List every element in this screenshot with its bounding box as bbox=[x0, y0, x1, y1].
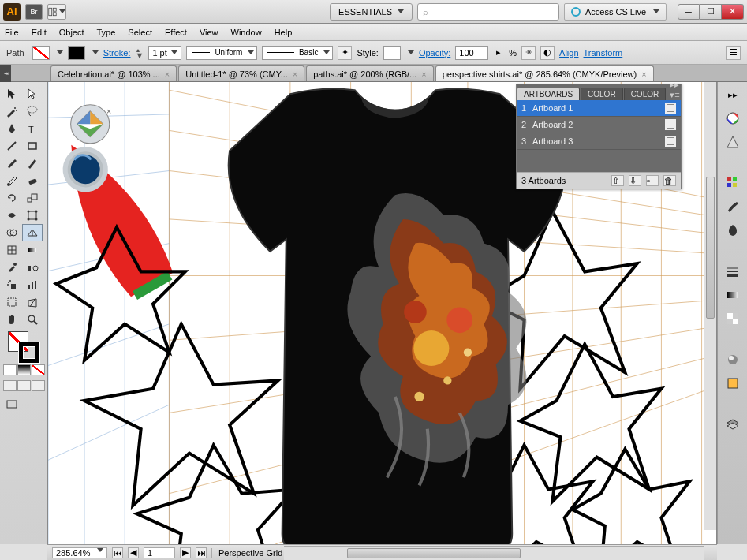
workspace-switcher[interactable]: ESSENTIALS bbox=[330, 3, 413, 21]
scale-tool-icon[interactable] bbox=[22, 189, 43, 207]
perspective-grid-tool-icon[interactable] bbox=[22, 224, 43, 241]
gradient-mode-icon[interactable] bbox=[17, 364, 31, 375]
stroke-swatch[interactable] bbox=[68, 46, 85, 60]
variable-width-profile-dropdown[interactable]: Uniform bbox=[186, 46, 257, 60]
select-similar-icon[interactable]: ◐ bbox=[540, 46, 555, 60]
first-artboard-button[interactable]: ⏮ bbox=[112, 547, 123, 558]
screen-mode-icon[interactable] bbox=[2, 396, 22, 413]
slice-tool-icon[interactable] bbox=[22, 293, 43, 311]
menu-view[interactable]: View bbox=[200, 28, 218, 37]
menu-file[interactable]: File bbox=[5, 28, 19, 37]
color-guide-panel-icon[interactable] bbox=[724, 134, 741, 150]
document-tab[interactable]: Untitled-1* @ 73% (CMY...× bbox=[178, 65, 304, 81]
transparency-panel-icon[interactable] bbox=[724, 311, 741, 327]
prev-artboard-button[interactable]: ◀ bbox=[128, 547, 139, 558]
artboard-number-input[interactable]: 1 bbox=[144, 547, 175, 558]
last-artboard-button[interactable]: ⏭ bbox=[196, 547, 207, 558]
artboard-row[interactable]: 1 Artboard 1 bbox=[517, 100, 681, 117]
close-button[interactable]: ✕ bbox=[722, 4, 744, 20]
close-tab-icon[interactable]: × bbox=[293, 69, 297, 79]
menu-select[interactable]: Select bbox=[128, 28, 152, 37]
mesh-tool-icon[interactable] bbox=[2, 241, 22, 259]
maximize-button[interactable]: ☐ bbox=[700, 4, 722, 20]
canvas[interactable]: × ARTBOARDS COLOR COLOR ▸▸ ▾≡ 1 Artboard… bbox=[47, 82, 717, 544]
stroke-weight-stepper[interactable]: ▲▼ bbox=[136, 47, 144, 58]
direct-selection-tool-icon[interactable] bbox=[22, 85, 43, 103]
blend-tool-icon[interactable] bbox=[22, 259, 43, 276]
stroke-indicator-icon[interactable] bbox=[19, 342, 39, 363]
brush-options-icon[interactable]: ✦ bbox=[338, 46, 352, 60]
close-tab-icon[interactable]: × bbox=[421, 69, 426, 79]
zoom-level-input[interactable]: 285.64% bbox=[52, 547, 107, 558]
artboard-row[interactable]: 3 Artboard 3 bbox=[517, 133, 681, 150]
stroke-panel-link[interactable]: Stroke: bbox=[103, 48, 131, 58]
arrange-documents-icon[interactable] bbox=[47, 4, 66, 20]
draw-inside-icon[interactable] bbox=[32, 380, 45, 391]
move-up-icon[interactable]: ⇧ bbox=[611, 175, 624, 186]
control-menu-icon[interactable]: ☰ bbox=[726, 46, 741, 60]
panel-tab-color[interactable]: COLOR bbox=[581, 88, 623, 100]
menu-edit[interactable]: Edit bbox=[32, 28, 47, 37]
gradient-tool-icon[interactable] bbox=[22, 241, 43, 259]
collapse-dock-icon[interactable]: ▸▸ bbox=[724, 87, 741, 103]
graphic-style-swatch[interactable] bbox=[383, 46, 401, 60]
artboard-orientation-icon[interactable] bbox=[665, 136, 676, 147]
none-mode-icon[interactable] bbox=[32, 364, 45, 375]
fill-swatch[interactable] bbox=[32, 46, 50, 60]
minimize-button[interactable]: ─ bbox=[678, 4, 700, 20]
stroke-weight-input[interactable]: 1 pt bbox=[148, 46, 181, 60]
recolor-artwork-icon[interactable]: ✳ bbox=[521, 46, 536, 60]
graphic-styles-panel-icon[interactable] bbox=[724, 375, 741, 391]
document-tab[interactable]: paths.ai* @ 200% (RGB/...× bbox=[306, 65, 433, 81]
appearance-panel-icon[interactable] bbox=[724, 352, 741, 368]
stroke-panel-icon[interactable] bbox=[724, 263, 741, 279]
selection-tool-icon[interactable] bbox=[2, 85, 22, 103]
gradient-panel-icon[interactable] bbox=[724, 287, 741, 303]
fill-stroke-indicator[interactable] bbox=[8, 331, 39, 363]
pencil-tool-icon[interactable] bbox=[22, 155, 43, 172]
hand-tool-icon[interactable] bbox=[2, 311, 22, 328]
column-graph-tool-icon[interactable] bbox=[22, 276, 43, 293]
symbols-panel-icon[interactable] bbox=[724, 222, 741, 238]
opacity-link[interactable]: Opacity: bbox=[419, 48, 450, 58]
artboard-tool-icon[interactable] bbox=[2, 293, 22, 311]
zoom-tool-icon[interactable] bbox=[22, 311, 43, 328]
document-tab[interactable]: Celebration.ai* @ 103% ...× bbox=[50, 65, 177, 81]
next-artboard-button[interactable]: ▶ bbox=[180, 547, 191, 558]
panel-tab-color-guide[interactable]: COLOR bbox=[624, 88, 667, 100]
eyedropper-tool-icon[interactable] bbox=[2, 259, 22, 276]
artboard-orientation-icon[interactable] bbox=[665, 103, 676, 114]
draw-normal-icon[interactable] bbox=[3, 380, 17, 391]
artboard-orientation-icon[interactable] bbox=[665, 119, 676, 130]
panel-tab-artboards[interactable]: ARTBOARDS bbox=[517, 88, 580, 100]
paintbrush-tool-icon[interactable] bbox=[2, 155, 22, 172]
color-mode-icon[interactable] bbox=[3, 364, 17, 375]
move-down-icon[interactable]: ⇩ bbox=[629, 175, 641, 186]
tab-grip-icon[interactable] bbox=[0, 65, 11, 82]
close-tab-icon[interactable]: × bbox=[641, 69, 646, 79]
opacity-input[interactable]: 100 bbox=[455, 46, 488, 60]
rectangle-tool-icon[interactable] bbox=[22, 137, 43, 155]
width-tool-icon[interactable] bbox=[2, 207, 22, 224]
new-artboard-icon[interactable]: ▫ bbox=[646, 175, 659, 186]
delete-artboard-icon[interactable]: 🗑 bbox=[663, 175, 676, 186]
blob-brush-tool-icon[interactable] bbox=[2, 172, 22, 189]
vertical-scrollbar[interactable] bbox=[704, 82, 716, 530]
line-segment-tool-icon[interactable] bbox=[2, 137, 22, 155]
magic-wand-tool-icon[interactable] bbox=[2, 103, 22, 120]
color-panel-icon[interactable] bbox=[724, 110, 741, 126]
menu-object[interactable]: Object bbox=[59, 28, 84, 37]
cs-live-button[interactable]: Access CS Live bbox=[564, 3, 667, 21]
lasso-tool-icon[interactable] bbox=[22, 103, 43, 120]
menu-help[interactable]: Help bbox=[275, 28, 293, 37]
transform-panel-link[interactable]: Transform bbox=[584, 48, 623, 58]
bridge-icon[interactable]: Br bbox=[25, 4, 43, 20]
pen-tool-icon[interactable] bbox=[2, 120, 22, 137]
shape-builder-tool-icon[interactable] bbox=[2, 224, 22, 241]
free-transform-tool-icon[interactable] bbox=[22, 207, 43, 224]
rotate-tool-icon[interactable] bbox=[2, 189, 22, 207]
menu-window[interactable]: Window bbox=[231, 28, 262, 37]
swatches-panel-icon[interactable] bbox=[724, 175, 741, 191]
type-tool-icon[interactable]: T bbox=[22, 120, 43, 137]
document-tab-active[interactable]: perspective shirts.ai* @ 285.64% (CMYK/P… bbox=[435, 65, 654, 81]
